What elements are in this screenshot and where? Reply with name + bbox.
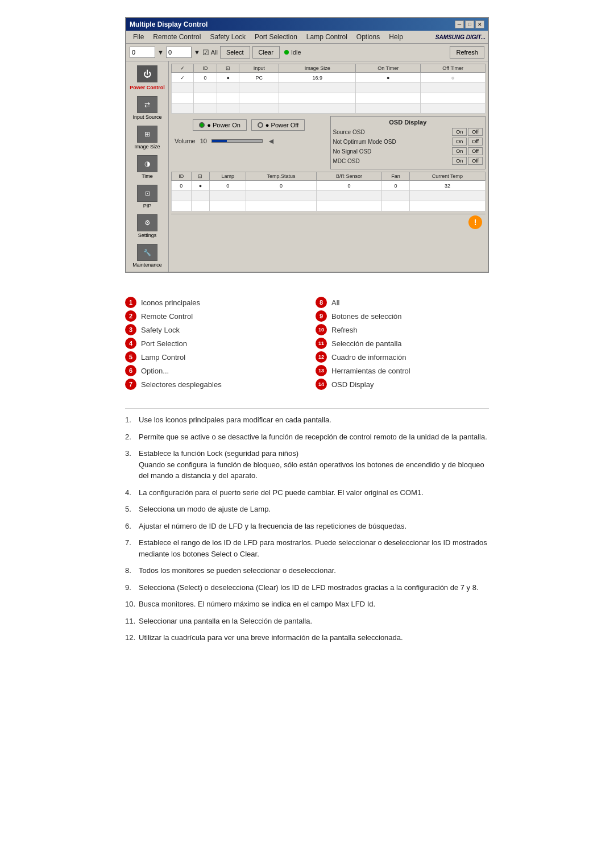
list-text-2: Permite que se active o se desactive la … <box>139 433 487 441</box>
osd-source-on[interactable]: On <box>452 128 467 136</box>
help-icon[interactable]: ! <box>468 215 482 229</box>
sidebar-item-time[interactable]: ◑ Time <box>128 153 167 181</box>
table-row[interactable] <box>172 93 486 103</box>
table-row[interactable] <box>172 83 486 93</box>
range-separator2: ▼ <box>194 49 200 56</box>
power-control-label: Power Control <box>130 85 165 90</box>
osd-row-source: Source OSD On Off <box>333 128 483 136</box>
id-from-input[interactable] <box>130 47 155 58</box>
idle-indicator: Idle <box>284 49 301 56</box>
instructions-list: 1. Use los iconos principales para modif… <box>125 414 489 643</box>
label-item-4: 4 Port Selection <box>125 337 298 350</box>
osd-no-signal-on[interactable]: On <box>452 147 467 155</box>
power-off-button[interactable]: ● Power Off <box>251 119 305 131</box>
label-item-13: 13 Herramientas de control <box>316 364 489 377</box>
badge-8: 8 <box>316 297 327 308</box>
menu-port-selection[interactable]: Port Selection <box>250 32 302 42</box>
col-image-size: Image Size <box>279 64 356 73</box>
list-num-1: 1. <box>125 414 131 426</box>
idle-dot <box>284 50 289 55</box>
label-text-1: Iconos principales <box>141 298 200 307</box>
list-num-2: 2. <box>125 431 131 443</box>
menu-safety-lock[interactable]: Safety Lock <box>205 32 250 42</box>
table-row[interactable]: 0 ● 0 0 0 0 32 <box>172 181 486 191</box>
osd-source-controls: On Off <box>452 128 483 136</box>
power-off-radio <box>258 122 263 128</box>
maximize-button[interactable]: □ <box>465 20 474 28</box>
badge-13: 13 <box>316 365 327 376</box>
osd-not-optimum-on[interactable]: On <box>452 138 467 146</box>
list-text-4: La configuración para el puerto serie de… <box>139 488 424 497</box>
minimize-button[interactable]: ─ <box>455 20 464 28</box>
title-bar: Multiple Display Control ─ □ ✕ <box>126 18 488 31</box>
table-row[interactable] <box>172 191 486 201</box>
list-num-4: 4. <box>125 487 131 499</box>
list-text-6: Ajustar el número de ID de LFD y la frec… <box>139 522 406 530</box>
osd-mdc-off[interactable]: Off <box>468 157 483 165</box>
left-control-box: ● Power On ● Power Off Volume 10 <box>171 116 327 148</box>
list-text-1: Use los iconos principales para modifica… <box>139 416 331 424</box>
label-text-6: Option... <box>141 367 169 375</box>
sidebar-item-maintenance[interactable]: 🔧 Maintenance <box>128 242 167 269</box>
col-id: ID <box>193 64 217 73</box>
menu-lamp-control[interactable]: Lamp Control <box>302 32 352 42</box>
badge-10: 10 <box>316 324 327 335</box>
power-on-button[interactable]: ● Power On <box>193 119 247 131</box>
volume-value: 10 <box>200 138 207 144</box>
list-item-12: 12. Utilizar la cuadrícula para ver una … <box>125 632 489 643</box>
osd-title: OSD Display <box>333 119 483 126</box>
label-item-7: 7 Selectores desplegables <box>125 377 298 391</box>
badge-11: 11 <box>316 338 327 349</box>
list-num-9: 9. <box>125 582 131 593</box>
list-item-9: 9. Selecciona (Select) o deselecciona (C… <box>125 582 489 593</box>
list-item-7: 7. Establece el rango de los ID de LFD p… <box>125 537 489 559</box>
sidebar-item-pip[interactable]: ⊡ PIP <box>128 183 167 210</box>
label-text-4: Port Selection <box>141 339 187 348</box>
osd-source-off[interactable]: Off <box>468 128 483 136</box>
osd-no-signal-off[interactable]: Off <box>468 147 483 155</box>
list-text-3: Establece la función Lock (seguridad par… <box>139 449 484 480</box>
sidebar-item-power-control[interactable]: ⏻ Power Control <box>128 64 167 92</box>
app-window: Multiple Display Control ─ □ ✕ File Remo… <box>125 17 489 273</box>
range-separator: ▼ <box>157 49 164 56</box>
list-num-8: 8. <box>125 565 131 576</box>
sidebar-input-source-label: Input Source <box>132 114 161 120</box>
list-num-3: 3. <box>125 448 131 459</box>
clear-button[interactable]: Clear <box>252 46 280 59</box>
sidebar-item-settings[interactable]: ⚙ Settings <box>128 213 167 240</box>
menu-options[interactable]: Options <box>352 32 384 42</box>
badge-1: 1 <box>125 297 136 308</box>
refresh-button[interactable]: Refresh <box>450 46 484 59</box>
sidebar-item-image-size[interactable]: ⊞ Image Size <box>128 124 167 151</box>
table-row[interactable] <box>172 103 486 114</box>
col-input: Input <box>239 64 279 73</box>
list-text-7: Establece el rango de los ID de LFD para… <box>139 538 487 558</box>
list-item-2: 2. Permite que se active o se desactive … <box>125 431 489 443</box>
table-row[interactable]: ✓ 0 ● PC 16:9 ● ○ <box>172 73 486 83</box>
badge-14: 14 <box>316 379 327 390</box>
select-button[interactable]: Select <box>220 46 250 59</box>
bcol-screen: ⊡ <box>191 172 210 181</box>
label-text-5: Lamp Control <box>141 353 185 362</box>
sidebar-item-input-source[interactable]: ⇄ Input Source <box>128 94 167 122</box>
all-checkbox-group[interactable]: ☑ All <box>202 48 218 57</box>
volume-row: Volume 10 ◄ <box>171 134 327 148</box>
id-to-input[interactable] <box>166 47 192 58</box>
menu-file[interactable]: File <box>128 32 148 42</box>
menu-help[interactable]: Help <box>384 32 408 42</box>
volume-arrow-icon[interactable]: ◄ <box>267 136 275 146</box>
badge-3: 3 <box>125 324 136 335</box>
table-row[interactable] <box>172 201 486 211</box>
osd-mdc-label: MDC OSD <box>333 158 453 164</box>
section-divider <box>125 408 489 409</box>
osd-display-box: OSD Display Source OSD On Off Not Optimu… <box>330 116 486 169</box>
volume-slider[interactable] <box>211 139 263 143</box>
menu-remote-control[interactable]: Remote Control <box>148 32 205 42</box>
list-text-5: Selecciona un modo de ajuste de Lamp. <box>139 505 271 513</box>
osd-mdc-on[interactable]: On <box>452 157 467 165</box>
osd-not-optimum-off[interactable]: Off <box>468 138 483 146</box>
close-button[interactable]: ✕ <box>475 20 484 28</box>
label-item-3: 3 Safety Lock <box>125 323 298 337</box>
power-on-label: ● Power On <box>207 122 240 128</box>
label-item-12: 12 Cuadro de información <box>316 350 489 364</box>
